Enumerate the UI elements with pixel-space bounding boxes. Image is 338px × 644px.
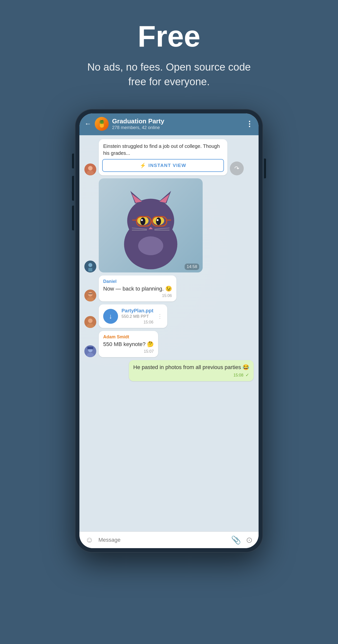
sticker-background: A = πr² V = l³ P = 2πr A = πr³ s = √(r²+… bbox=[99, 178, 203, 272]
svg-rect-6 bbox=[86, 268, 88, 272]
chat-info: Graduation Party 278 members, 42 online bbox=[112, 118, 242, 130]
message-text: 550 MB keynote? 🤔 bbox=[103, 340, 154, 348]
svg-point-30 bbox=[138, 236, 163, 255]
avatar bbox=[84, 290, 96, 302]
group-name: Graduation Party bbox=[112, 118, 242, 125]
messages-area: Einstein struggled to find a job out of … bbox=[79, 135, 259, 532]
own-message-row: He pasted in photos from all previous pa… bbox=[84, 360, 254, 381]
input-bar: ☺ 📎 ⊙ bbox=[79, 532, 259, 548]
svg-rect-7 bbox=[92, 268, 95, 272]
message-time: 15:06 bbox=[103, 294, 172, 298]
message-row: ↓ PartyPlan.ppt 550.2 MB PPT 15:06 ⋮ bbox=[84, 304, 254, 328]
text-bubble: Daniel Now — back to planning. 😉 15:06 bbox=[99, 276, 176, 302]
share-button[interactable]: ↷ bbox=[230, 162, 244, 175]
volume-down-button bbox=[72, 176, 74, 201]
message-input[interactable] bbox=[98, 537, 226, 543]
message-row: Daniel Now — back to planning. 😉 15:06 bbox=[84, 276, 254, 302]
bolt-icon: ⚡ bbox=[140, 162, 146, 168]
file-name: PartyPlan.ppt bbox=[121, 308, 153, 314]
svg-point-19 bbox=[157, 219, 159, 221]
avatar bbox=[84, 260, 96, 272]
message-text: He pasted in photos from all previous pa… bbox=[133, 364, 249, 371]
sender-name: Adam Smidt bbox=[103, 334, 154, 340]
group-avatar: 🍍 bbox=[95, 117, 109, 131]
message-time: 15:08 ✓ bbox=[133, 372, 249, 378]
phone-wrapper: ← 🍍 Graduation Party 278 members, 42 onl… bbox=[0, 104, 338, 568]
avatar bbox=[84, 316, 96, 328]
hero-title: Free bbox=[82, 20, 256, 52]
hero-subtitle: No ads, no fees. Open source code free f… bbox=[82, 60, 256, 89]
article-bubble: Einstein struggled to find a job out of … bbox=[99, 139, 227, 175]
camera-button[interactable]: ⊙ bbox=[246, 535, 253, 545]
article-text: Einstein struggled to find a job out of … bbox=[99, 139, 227, 159]
back-button[interactable]: ← bbox=[84, 120, 91, 128]
message-time: 15:06 bbox=[121, 320, 153, 324]
message-row: Einstein struggled to find a job out of … bbox=[84, 139, 254, 175]
phone-screen: ← 🍍 Graduation Party 278 members, 42 onl… bbox=[79, 114, 259, 548]
instant-view-button[interactable]: ⚡ INSTANT VIEW bbox=[102, 159, 224, 172]
svg-point-36 bbox=[88, 318, 92, 323]
avatar bbox=[84, 345, 96, 357]
emoji-button[interactable]: ☺ bbox=[85, 535, 93, 544]
share-icon: ↷ bbox=[234, 165, 239, 172]
file-bubble: ↓ PartyPlan.ppt 550.2 MB PPT 15:06 ⋮ bbox=[99, 304, 167, 328]
svg-point-18 bbox=[141, 219, 143, 221]
file-info: PartyPlan.ppt 550.2 MB PPT 15:06 bbox=[121, 308, 153, 324]
download-button[interactable]: ↓ bbox=[103, 309, 118, 324]
chat-menu-button[interactable]: ⋮ bbox=[246, 120, 254, 128]
svg-point-16 bbox=[140, 218, 145, 225]
message-text: Now — back to planning. 😉 bbox=[103, 285, 172, 293]
silent-button bbox=[72, 206, 74, 230]
svg-rect-41 bbox=[87, 347, 93, 349]
attach-button[interactable]: 📎 bbox=[231, 535, 241, 545]
chat-header: ← 🍍 Graduation Party 278 members, 42 onl… bbox=[79, 114, 259, 135]
instant-view-label: INSTANT VIEW bbox=[148, 163, 186, 168]
sticker-row: A = πr² V = l³ P = 2πr A = πr³ s = √(r²+… bbox=[84, 178, 254, 272]
file-menu-button[interactable]: ⋮ bbox=[157, 313, 163, 320]
phone-frame: ← 🍍 Graduation Party 278 members, 42 onl… bbox=[75, 109, 263, 552]
sticker-container: A = πr² V = l³ P = 2πr A = πr³ s = √(r²+… bbox=[99, 178, 203, 272]
message-row: Adam Smidt 550 MB keynote? 🤔 15:07 bbox=[84, 331, 254, 357]
svg-point-1 bbox=[88, 166, 92, 170]
read-check: ✓ bbox=[246, 372, 249, 378]
hero-section: Free No ads, no fees. Open source code f… bbox=[72, 0, 266, 104]
message-time: 15:07 bbox=[103, 349, 154, 354]
svg-point-2 bbox=[87, 170, 94, 175]
text-bubble: Adam Smidt 550 MB keynote? 🤔 15:07 bbox=[99, 331, 158, 357]
cat-sticker bbox=[99, 178, 203, 272]
sticker-message: A = πr² V = l³ P = 2πr A = πr³ s = √(r²+… bbox=[99, 178, 203, 272]
svg-point-32 bbox=[88, 292, 92, 296]
own-message-bubble: He pasted in photos from all previous pa… bbox=[129, 360, 254, 381]
download-icon: ↓ bbox=[109, 312, 112, 320]
svg-point-4 bbox=[88, 263, 92, 267]
group-meta: 278 members, 42 online bbox=[112, 125, 242, 130]
power-button bbox=[264, 158, 266, 178]
avatar bbox=[84, 164, 96, 175]
svg-point-17 bbox=[156, 218, 161, 225]
avatar-emoji: 🍍 bbox=[97, 120, 106, 128]
volume-up-button bbox=[72, 154, 74, 168]
sender-name: Daniel bbox=[103, 279, 172, 284]
file-size: 550.2 MB PPT bbox=[121, 314, 153, 319]
